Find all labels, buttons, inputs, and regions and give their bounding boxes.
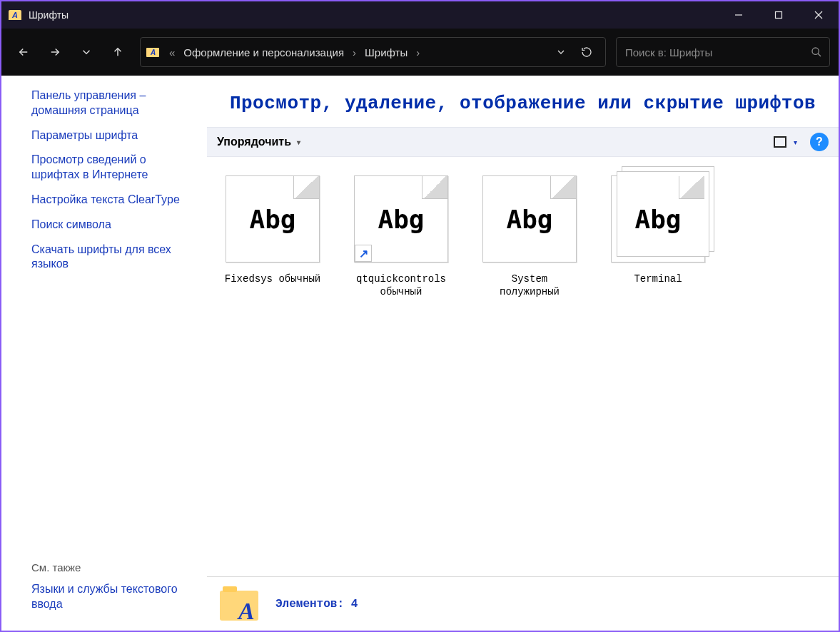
maximize-button[interactable] — [759, 1, 799, 29]
sidenav-link-cleartype[interactable]: Настройка текста ClearType — [31, 193, 191, 208]
main: Просмотр, удаление, отображение или скры… — [207, 76, 839, 631]
font-item[interactable]: Abg Fixedsys обычный — [223, 175, 323, 285]
breadcrumb-item[interactable]: Шрифты — [360, 46, 412, 58]
sidenav-link-languages[interactable]: Языки и службы текстового ввода — [31, 582, 191, 612]
window-title: Шрифты — [29, 9, 69, 21]
font-preview: Abg — [612, 176, 704, 262]
font-item[interactable]: Abg ↗ qtquickcontrols обычный — [351, 175, 451, 298]
view-options[interactable]: ▾ — [774, 136, 797, 148]
toolbar: Упорядочить ▾ ▾ ? — [207, 127, 839, 157]
shortcut-overlay-icon: ↗ — [355, 245, 372, 262]
search-input[interactable] — [624, 46, 811, 59]
font-item[interactable]: Abg System полужирный — [480, 175, 580, 298]
status-text: Элементов: 4 — [275, 598, 358, 611]
breadcrumb-prefix: « — [165, 46, 179, 58]
sidenav-link-charmap[interactable]: Поиск символа — [31, 218, 191, 233]
caret-down-icon: ▾ — [794, 138, 797, 146]
statusbar: A Элементов: 4 — [207, 576, 839, 631]
font-thumb: Abg — [226, 175, 320, 263]
sidenav-link-settings[interactable]: Параметры шрифта — [31, 128, 191, 143]
breadcrumb-item[interactable]: Оформление и персонализация — [179, 46, 348, 58]
see-also-label: См. также — [31, 561, 191, 574]
sidenav: Панель управления – домашняя страница Па… — [1, 76, 207, 631]
body: Панель управления – домашняя страница Па… — [0, 76, 840, 632]
svg-rect-1 — [776, 12, 782, 19]
window-controls — [719, 1, 839, 29]
svg-line-8 — [818, 53, 821, 56]
svg-point-7 — [812, 48, 819, 54]
back-button[interactable] — [10, 39, 37, 66]
font-label: qtquickcontrols обычный — [351, 272, 451, 298]
app-icon: A — [9, 9, 21, 21]
minimize-button[interactable] — [719, 1, 759, 29]
font-label: Terminal — [608, 272, 708, 285]
page-heading: Просмотр, удаление, отображение или скры… — [207, 76, 839, 127]
sidenav-link-home[interactable]: Панель управления – домашняя страница — [31, 88, 191, 118]
folder-icon: A — [146, 46, 159, 58]
caret-down-icon: ▾ — [297, 138, 300, 146]
up-button[interactable] — [104, 39, 131, 66]
font-label: Fixedsys обычный — [223, 272, 323, 285]
fonts-folder-icon: A — [220, 585, 258, 623]
font-preview: Abg — [483, 176, 576, 262]
help-button[interactable]: ? — [810, 133, 829, 151]
layout-icon — [774, 136, 786, 148]
font-grid: Abg Fixedsys обычный Abg ↗ qtquickcontro… — [207, 157, 839, 317]
navbar: A « Оформление и персонализация › Шрифты… — [0, 29, 840, 76]
titlebar: A Шрифты — [0, 0, 840, 29]
font-thumb: Abg ↗ — [354, 175, 448, 263]
search-box[interactable] — [616, 37, 830, 67]
forward-button[interactable] — [41, 39, 69, 66]
font-item[interactable]: Abg Terminal — [608, 175, 708, 285]
refresh-button[interactable] — [574, 39, 599, 65]
history-dropdown[interactable] — [73, 39, 100, 66]
chevron-right-icon: › — [348, 46, 360, 58]
organize-label: Упорядочить — [217, 136, 291, 148]
font-thumb: Abg — [611, 175, 705, 263]
sidenav-link-download[interactable]: Скачать шрифты для всех языков — [31, 243, 191, 272]
close-button[interactable] — [799, 1, 839, 29]
address-dropdown[interactable] — [548, 39, 574, 65]
search-icon — [811, 46, 822, 58]
organize-menu[interactable]: Упорядочить ▾ — [217, 136, 300, 148]
address-bar[interactable]: A « Оформление и персонализация › Шрифты… — [140, 37, 606, 67]
font-label: System полужирный — [480, 272, 580, 298]
chevron-right-icon: › — [412, 46, 424, 58]
font-thumb: Abg — [482, 175, 577, 263]
font-preview: Abg — [226, 176, 319, 262]
sidenav-link-online[interactable]: Просмотр сведений о шрифтах в Интернете — [31, 153, 191, 183]
